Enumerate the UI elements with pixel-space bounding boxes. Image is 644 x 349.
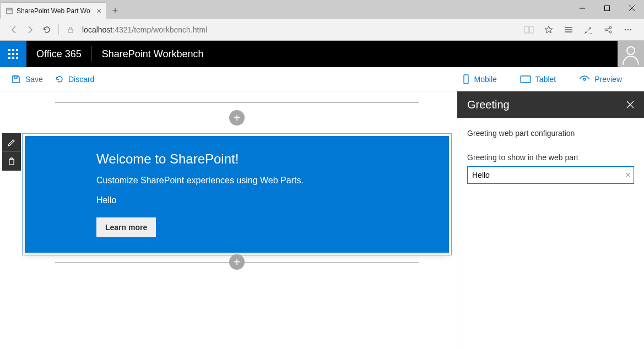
brand-name[interactable]: Office 365 [26, 48, 91, 60]
preview-button[interactable]: Preview [579, 74, 622, 84]
greeting-input[interactable] [467, 166, 634, 184]
svg-line-17 [607, 30, 609, 31]
svg-rect-26 [9, 160, 14, 165]
hub-icon[interactable] [562, 24, 575, 36]
svg-point-18 [625, 29, 626, 30]
svg-point-20 [630, 29, 631, 30]
svg-rect-8 [529, 26, 533, 33]
address-bar[interactable]: localhost:4321/temp/workbench.html [82, 25, 523, 34]
forward-button[interactable] [22, 21, 39, 38]
url-path: :4321/temp/workbench.html [112, 25, 207, 34]
svg-point-21 [627, 47, 635, 54]
mobile-icon [462, 74, 470, 84]
page-icon [6, 7, 13, 15]
webpart-greeting: Hello [96, 195, 377, 205]
delete-webpart-button[interactable] [2, 152, 21, 171]
svg-rect-7 [524, 26, 528, 33]
user-avatar[interactable] [618, 41, 644, 67]
preview-icon [579, 75, 590, 83]
learn-more-button[interactable]: Learn more [96, 217, 156, 237]
svg-rect-23 [464, 75, 468, 84]
svg-line-16 [607, 28, 609, 29]
svg-point-25 [583, 78, 586, 80]
save-icon [11, 74, 21, 84]
more-icon[interactable] [622, 24, 634, 36]
favorite-icon[interactable] [543, 24, 555, 36]
pane-description: Greeting web part configuration [467, 129, 634, 138]
tab-title: SharePoint Web Part Wo [17, 7, 94, 15]
save-label: Save [25, 75, 43, 84]
preview-label: Preview [594, 75, 622, 84]
discard-button[interactable]: Discard [54, 74, 94, 84]
add-webpart-button[interactable]: + [229, 110, 245, 126]
app-launcher-button[interactable] [0, 41, 26, 67]
add-webpart-button[interactable]: + [229, 254, 245, 270]
clear-input-icon[interactable]: ✕ [625, 171, 631, 179]
divider [55, 102, 419, 103]
greeting-field-label: Greeting to show in the web part [467, 153, 634, 162]
tablet-icon [520, 75, 531, 84]
notes-icon[interactable] [582, 24, 594, 36]
save-button[interactable]: Save [11, 74, 43, 84]
svg-rect-22 [14, 76, 17, 78]
undo-icon [54, 74, 64, 84]
reading-view-icon[interactable] [523, 24, 535, 36]
learn-more-label: Learn more [105, 223, 147, 232]
separator [58, 24, 59, 35]
maximize-button[interactable] [594, 0, 619, 17]
svg-rect-24 [521, 76, 531, 83]
webpart-subtitle: Customize SharePoint experiences using W… [96, 176, 377, 186]
minimize-button[interactable] [570, 0, 594, 17]
webpart-title: Welcome to SharePoint! [96, 151, 377, 167]
svg-point-19 [627, 29, 629, 30]
lock-icon [62, 21, 79, 38]
mobile-label: Mobile [474, 75, 497, 84]
mobile-button[interactable]: Mobile [462, 74, 497, 84]
svg-rect-6 [68, 29, 73, 32]
browser-tab[interactable]: SharePoint Web Part Wo × [1, 2, 106, 19]
webpart-selection[interactable]: Welcome to SharePoint! Customize SharePo… [22, 133, 452, 255]
discard-label: Discard [68, 75, 94, 84]
tablet-button[interactable]: Tablet [520, 74, 556, 84]
webpart-toolbar [2, 133, 21, 171]
pane-title: Greeting [467, 99, 510, 111]
share-icon[interactable] [602, 24, 614, 36]
svg-rect-3 [604, 6, 609, 11]
greeting-webpart: Welcome to SharePoint! Customize SharePo… [25, 136, 449, 253]
refresh-button[interactable] [39, 21, 55, 38]
tablet-label: Tablet [535, 75, 556, 84]
new-tab-button[interactable]: + [106, 2, 125, 19]
close-window-button[interactable] [619, 0, 644, 17]
close-tab-icon[interactable]: × [97, 7, 101, 15]
waffle-icon [8, 49, 18, 59]
svg-point-13 [605, 29, 607, 31]
url-host: localhost [82, 25, 112, 34]
app-name: SharePoint Workbench [92, 48, 214, 60]
svg-point-15 [609, 31, 611, 33]
edit-webpart-button[interactable] [2, 133, 21, 152]
back-button[interactable] [6, 21, 22, 38]
svg-point-14 [609, 26, 611, 29]
svg-rect-0 [7, 8, 12, 14]
close-pane-button[interactable] [626, 101, 634, 108]
